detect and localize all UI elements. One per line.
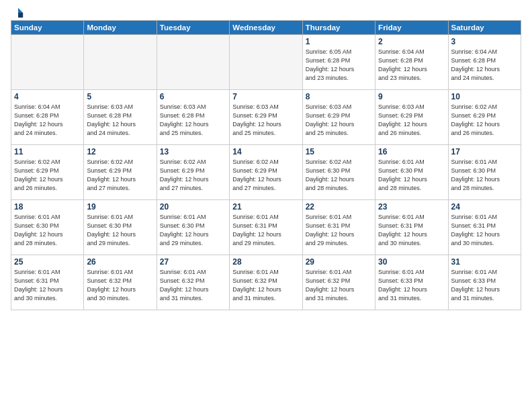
- day-info: Sunrise: 6:03 AM Sunset: 6:29 PM Dayligh…: [306, 103, 372, 138]
- day-cell: 19Sunrise: 6:01 AM Sunset: 6:30 PM Dayli…: [84, 200, 157, 255]
- day-number: 12: [87, 147, 153, 156]
- day-info: Sunrise: 6:01 AM Sunset: 6:31 PM Dayligh…: [14, 268, 81, 303]
- header-cell-tuesday: Tuesday: [157, 21, 229, 35]
- day-cell: 22Sunrise: 6:01 AM Sunset: 6:31 PM Dayli…: [302, 200, 375, 255]
- day-number: 4: [14, 92, 81, 101]
- day-number: 13: [160, 147, 226, 156]
- day-number: 5: [87, 92, 153, 101]
- day-number: 18: [14, 202, 81, 212]
- day-number: 22: [306, 202, 372, 212]
- day-info: Sunrise: 6:02 AM Sunset: 6:29 PM Dayligh…: [160, 158, 226, 193]
- header-cell-sunday: Sunday: [11, 21, 84, 35]
- day-info: Sunrise: 6:02 AM Sunset: 6:29 PM Dayligh…: [451, 103, 518, 138]
- day-cell: 7Sunrise: 6:03 AM Sunset: 6:29 PM Daylig…: [230, 90, 302, 145]
- day-cell: 3Sunrise: 6:04 AM Sunset: 6:28 PM Daylig…: [448, 35, 521, 90]
- day-cell: 12Sunrise: 6:02 AM Sunset: 6:29 PM Dayli…: [84, 145, 157, 200]
- day-number: 1: [306, 37, 372, 46]
- day-cell: 4Sunrise: 6:04 AM Sunset: 6:28 PM Daylig…: [11, 90, 84, 145]
- day-number: 9: [378, 92, 445, 101]
- day-info: Sunrise: 6:02 AM Sunset: 6:29 PM Dayligh…: [87, 158, 153, 193]
- day-number: 7: [232, 92, 299, 101]
- day-info: Sunrise: 6:01 AM Sunset: 6:32 PM Dayligh…: [160, 268, 226, 303]
- day-info: Sunrise: 6:03 AM Sunset: 6:29 PM Dayligh…: [232, 103, 299, 138]
- header-cell-thursday: Thursday: [302, 21, 375, 35]
- logo: [11, 7, 24, 16]
- day-number: 8: [306, 92, 372, 101]
- day-number: 20: [160, 202, 226, 212]
- day-info: Sunrise: 6:01 AM Sunset: 6:30 PM Dayligh…: [14, 213, 81, 248]
- day-number: 26: [87, 257, 153, 267]
- logo-icon: [12, 7, 24, 19]
- day-info: Sunrise: 6:01 AM Sunset: 6:31 PM Dayligh…: [451, 213, 518, 248]
- calendar-header: SundayMondayTuesdayWednesdayThursdayFrid…: [11, 21, 521, 35]
- day-info: Sunrise: 6:05 AM Sunset: 6:28 PM Dayligh…: [306, 48, 372, 83]
- day-number: 10: [451, 92, 518, 101]
- header-cell-saturday: Saturday: [448, 21, 521, 35]
- day-info: Sunrise: 6:01 AM Sunset: 6:32 PM Dayligh…: [232, 268, 299, 303]
- day-number: 19: [87, 202, 153, 212]
- day-cell: 23Sunrise: 6:01 AM Sunset: 6:31 PM Dayli…: [375, 200, 448, 255]
- day-cell: 10Sunrise: 6:02 AM Sunset: 6:29 PM Dayli…: [448, 90, 521, 145]
- header-row: SundayMondayTuesdayWednesdayThursdayFrid…: [11, 21, 521, 35]
- day-info: Sunrise: 6:02 AM Sunset: 6:29 PM Dayligh…: [232, 158, 299, 193]
- header-cell-monday: Monday: [84, 21, 157, 35]
- day-info: Sunrise: 6:03 AM Sunset: 6:28 PM Dayligh…: [160, 103, 226, 138]
- day-number: 23: [378, 202, 445, 212]
- day-cell: 11Sunrise: 6:02 AM Sunset: 6:29 PM Dayli…: [11, 145, 84, 200]
- page: SundayMondayTuesdayWednesdayThursdayFrid…: [0, 0, 532, 411]
- day-cell: 28Sunrise: 6:01 AM Sunset: 6:32 PM Dayli…: [230, 255, 302, 310]
- header-cell-friday: Friday: [375, 21, 448, 35]
- day-info: Sunrise: 6:01 AM Sunset: 6:32 PM Dayligh…: [87, 268, 153, 303]
- day-info: Sunrise: 6:01 AM Sunset: 6:31 PM Dayligh…: [232, 213, 299, 248]
- day-info: Sunrise: 6:03 AM Sunset: 6:28 PM Dayligh…: [87, 103, 153, 138]
- day-cell: 18Sunrise: 6:01 AM Sunset: 6:30 PM Dayli…: [11, 200, 84, 255]
- day-number: 31: [451, 257, 518, 267]
- day-info: Sunrise: 6:01 AM Sunset: 6:30 PM Dayligh…: [451, 158, 518, 193]
- day-number: 11: [14, 147, 81, 156]
- day-cell: 17Sunrise: 6:01 AM Sunset: 6:30 PM Dayli…: [448, 145, 521, 200]
- day-number: 2: [378, 37, 445, 46]
- day-number: 30: [378, 257, 445, 267]
- header: [11, 7, 521, 16]
- day-cell: 20Sunrise: 6:01 AM Sunset: 6:30 PM Dayli…: [157, 200, 229, 255]
- day-cell: [11, 35, 84, 90]
- day-info: Sunrise: 6:01 AM Sunset: 6:30 PM Dayligh…: [378, 158, 445, 193]
- week-row-4: 25Sunrise: 6:01 AM Sunset: 6:31 PM Dayli…: [11, 255, 521, 310]
- calendar-body: 1Sunrise: 6:05 AM Sunset: 6:28 PM Daylig…: [11, 35, 521, 310]
- day-info: Sunrise: 6:01 AM Sunset: 6:32 PM Dayligh…: [306, 268, 372, 303]
- day-number: 14: [232, 147, 299, 156]
- day-cell: 15Sunrise: 6:02 AM Sunset: 6:30 PM Dayli…: [302, 145, 375, 200]
- day-cell: [230, 35, 302, 90]
- day-cell: [84, 35, 157, 90]
- day-number: 25: [14, 257, 81, 267]
- day-cell: 27Sunrise: 6:01 AM Sunset: 6:32 PM Dayli…: [157, 255, 229, 310]
- day-number: 16: [378, 147, 445, 156]
- day-info: Sunrise: 6:04 AM Sunset: 6:28 PM Dayligh…: [451, 48, 518, 83]
- day-cell: 30Sunrise: 6:01 AM Sunset: 6:33 PM Dayli…: [375, 255, 448, 310]
- day-cell: 5Sunrise: 6:03 AM Sunset: 6:28 PM Daylig…: [84, 90, 157, 145]
- day-info: Sunrise: 6:02 AM Sunset: 6:30 PM Dayligh…: [306, 158, 372, 193]
- week-row-2: 11Sunrise: 6:02 AM Sunset: 6:29 PM Dayli…: [11, 145, 521, 200]
- day-number: 28: [232, 257, 299, 267]
- day-info: Sunrise: 6:03 AM Sunset: 6:29 PM Dayligh…: [378, 103, 445, 138]
- day-cell: 29Sunrise: 6:01 AM Sunset: 6:32 PM Dayli…: [302, 255, 375, 310]
- day-cell: 24Sunrise: 6:01 AM Sunset: 6:31 PM Dayli…: [448, 200, 521, 255]
- day-number: 15: [306, 147, 372, 156]
- svg-marker-0: [18, 8, 23, 13]
- day-info: Sunrise: 6:01 AM Sunset: 6:33 PM Dayligh…: [451, 268, 518, 303]
- calendar: SundayMondayTuesdayWednesdayThursdayFrid…: [11, 20, 521, 310]
- week-row-0: 1Sunrise: 6:05 AM Sunset: 6:28 PM Daylig…: [11, 35, 521, 90]
- day-info: Sunrise: 6:04 AM Sunset: 6:28 PM Dayligh…: [378, 48, 445, 83]
- day-cell: 1Sunrise: 6:05 AM Sunset: 6:28 PM Daylig…: [302, 35, 375, 90]
- day-info: Sunrise: 6:01 AM Sunset: 6:30 PM Dayligh…: [87, 213, 153, 248]
- day-number: 24: [451, 202, 518, 212]
- day-number: 21: [232, 202, 299, 212]
- day-cell: 9Sunrise: 6:03 AM Sunset: 6:29 PM Daylig…: [375, 90, 448, 145]
- day-cell: 14Sunrise: 6:02 AM Sunset: 6:29 PM Dayli…: [230, 145, 302, 200]
- day-cell: 8Sunrise: 6:03 AM Sunset: 6:29 PM Daylig…: [302, 90, 375, 145]
- day-cell: 25Sunrise: 6:01 AM Sunset: 6:31 PM Dayli…: [11, 255, 84, 310]
- day-cell: 21Sunrise: 6:01 AM Sunset: 6:31 PM Dayli…: [230, 200, 302, 255]
- day-cell: 6Sunrise: 6:03 AM Sunset: 6:28 PM Daylig…: [157, 90, 229, 145]
- day-number: 27: [160, 257, 226, 267]
- day-info: Sunrise: 6:01 AM Sunset: 6:31 PM Dayligh…: [306, 213, 372, 248]
